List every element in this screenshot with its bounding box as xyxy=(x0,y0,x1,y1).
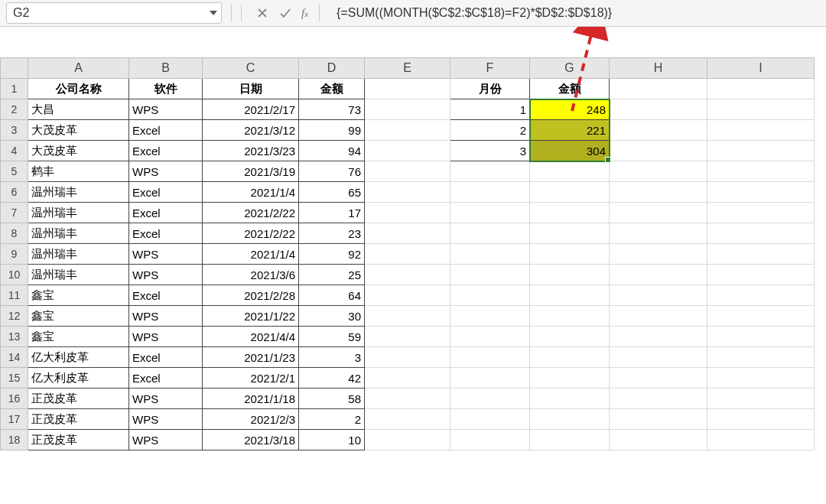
cell-amount[interactable]: 76 xyxy=(299,161,365,182)
insert-function-icon[interactable]: fx xyxy=(301,7,308,20)
row-header[interactable]: 6 xyxy=(1,182,28,203)
cell-software[interactable]: Excel xyxy=(129,203,203,223)
cell-software[interactable]: Excel xyxy=(129,368,203,389)
col-header-D[interactable]: D xyxy=(299,58,365,79)
cell-software[interactable]: WPS xyxy=(129,99,203,120)
cell-date[interactable]: 2021/3/6 xyxy=(203,265,299,285)
cell-date[interactable]: 2021/3/12 xyxy=(203,120,299,141)
row-header[interactable]: 9 xyxy=(1,244,28,265)
empty-cell[interactable] xyxy=(450,244,530,265)
empty-cell[interactable] xyxy=(450,285,530,306)
empty-cell[interactable] xyxy=(610,306,707,327)
empty-cell[interactable] xyxy=(530,203,610,223)
empty-cell[interactable] xyxy=(707,120,815,141)
cell-software[interactable]: Excel xyxy=(129,182,203,203)
cell-date[interactable]: 2021/3/19 xyxy=(203,161,299,182)
cell-sum-amount[interactable]: 304 xyxy=(530,141,610,161)
cell-amount[interactable]: 99 xyxy=(299,120,365,141)
header-date[interactable]: 日期 xyxy=(203,79,299,99)
empty-cell[interactable] xyxy=(450,327,530,347)
row-header[interactable]: 10 xyxy=(1,265,28,285)
cell-software[interactable]: WPS xyxy=(129,327,203,347)
row-header[interactable]: 15 xyxy=(1,368,28,389)
empty-cell[interactable] xyxy=(707,327,815,347)
empty-cell[interactable] xyxy=(707,99,815,120)
enter-icon[interactable] xyxy=(274,3,297,23)
empty-cell[interactable] xyxy=(530,430,610,450)
empty-cell[interactable] xyxy=(450,368,530,389)
empty-cell[interactable] xyxy=(530,347,610,368)
empty-cell[interactable] xyxy=(365,203,450,223)
col-header-H[interactable]: H xyxy=(610,58,707,79)
empty-cell[interactable] xyxy=(450,409,530,430)
cell-software[interactable]: Excel xyxy=(129,141,203,161)
cell-amount[interactable]: 2 xyxy=(299,409,365,430)
cell-amount[interactable]: 94 xyxy=(299,141,365,161)
cell-company[interactable]: 温州瑞丰 xyxy=(28,223,129,244)
empty-cell[interactable] xyxy=(530,306,610,327)
row-header[interactable]: 8 xyxy=(1,223,28,244)
empty-cell[interactable] xyxy=(707,244,815,265)
cell-amount[interactable]: 73 xyxy=(299,99,365,120)
cell-date[interactable]: 2021/4/4 xyxy=(203,327,299,347)
empty-cell[interactable] xyxy=(707,368,815,389)
row-header[interactable]: 1 xyxy=(1,79,28,99)
header-company[interactable]: 公司名称 xyxy=(28,79,129,99)
empty-cell[interactable] xyxy=(610,265,707,285)
empty-cell[interactable] xyxy=(450,389,530,409)
cell-company[interactable]: 大昌 xyxy=(28,99,129,120)
empty-cell[interactable] xyxy=(530,161,610,182)
name-box[interactable] xyxy=(7,3,206,23)
empty-cell[interactable] xyxy=(365,347,450,368)
empty-cell[interactable] xyxy=(365,182,450,203)
cell-amount[interactable]: 59 xyxy=(299,327,365,347)
empty-cell[interactable] xyxy=(707,203,815,223)
empty-cell[interactable] xyxy=(610,430,707,450)
empty-cell[interactable] xyxy=(530,182,610,203)
cell-month[interactable]: 1 xyxy=(450,99,530,120)
empty-cell[interactable] xyxy=(530,285,610,306)
cell-company[interactable]: 正茂皮革 xyxy=(28,430,129,450)
cell-amount[interactable]: 92 xyxy=(299,244,365,265)
empty-cell[interactable] xyxy=(365,120,450,141)
empty-cell[interactable] xyxy=(707,161,815,182)
empty-cell[interactable] xyxy=(365,285,450,306)
empty-cell[interactable] xyxy=(365,368,450,389)
cell-amount[interactable]: 58 xyxy=(299,389,365,409)
empty-cell[interactable] xyxy=(610,203,707,223)
row-header[interactable]: 5 xyxy=(1,161,28,182)
row-header[interactable]: 7 xyxy=(1,203,28,223)
empty-cell[interactable] xyxy=(707,430,815,450)
empty-cell[interactable] xyxy=(365,161,450,182)
formula-input[interactable]: {=SUM((MONTH($C$2:$C$18)=F2)*$D$2:$D$18)… xyxy=(329,3,820,23)
row-header[interactable]: 17 xyxy=(1,409,28,430)
cell-date[interactable]: 2021/2/17 xyxy=(203,99,299,120)
empty-cell[interactable] xyxy=(707,409,815,430)
cell-software[interactable]: WPS xyxy=(129,244,203,265)
empty-cell[interactable] xyxy=(365,79,450,99)
cell-date[interactable]: 2021/1/18 xyxy=(203,389,299,409)
empty-cell[interactable] xyxy=(707,389,815,409)
empty-cell[interactable] xyxy=(610,244,707,265)
empty-cell[interactable] xyxy=(530,223,610,244)
empty-cell[interactable] xyxy=(707,79,815,99)
cell-company[interactable]: 温州瑞丰 xyxy=(28,265,129,285)
row-header[interactable]: 14 xyxy=(1,347,28,368)
cell-software[interactable]: WPS xyxy=(129,265,203,285)
row-header[interactable]: 3 xyxy=(1,120,28,141)
empty-cell[interactable] xyxy=(530,265,610,285)
empty-cell[interactable] xyxy=(707,182,815,203)
empty-cell[interactable] xyxy=(365,141,450,161)
cell-amount[interactable]: 30 xyxy=(299,306,365,327)
cell-date[interactable]: 2021/3/23 xyxy=(203,141,299,161)
empty-cell[interactable] xyxy=(365,389,450,409)
cell-software[interactable]: WPS xyxy=(129,161,203,182)
empty-cell[interactable] xyxy=(450,347,530,368)
empty-cell[interactable] xyxy=(610,409,707,430)
empty-cell[interactable] xyxy=(610,141,707,161)
cell-company[interactable]: 温州瑞丰 xyxy=(28,244,129,265)
col-header-F[interactable]: F xyxy=(450,58,530,79)
empty-cell[interactable] xyxy=(610,327,707,347)
empty-cell[interactable] xyxy=(450,203,530,223)
cell-sum-amount[interactable]: 221 xyxy=(530,120,610,141)
